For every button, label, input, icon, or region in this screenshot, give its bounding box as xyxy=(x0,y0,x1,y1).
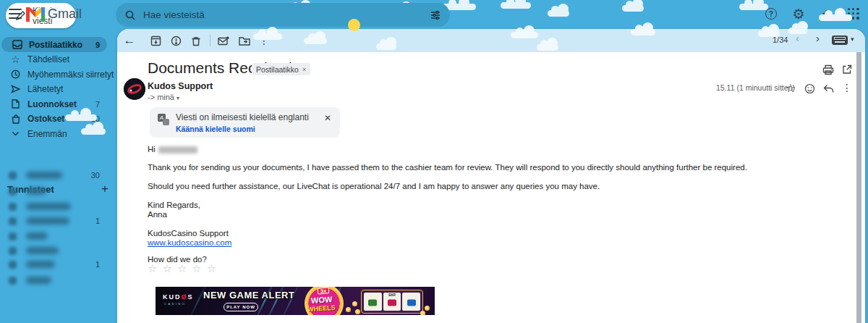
sidebar-item-starred[interactable]: ☆ Tähdelliset xyxy=(0,52,107,67)
label-icon xyxy=(9,217,17,225)
sidebar-item-snoozed[interactable]: Myöhemmäksi siirretyt xyxy=(0,67,107,82)
cloud-decoration xyxy=(304,38,327,44)
toolbar-divider xyxy=(210,35,210,46)
banner-kudos-sub: CASINO xyxy=(164,302,186,306)
translate-message: Viesti on ilmeisesti kielellä englanti xyxy=(176,112,309,122)
label-item[interactable]: 1 xyxy=(0,216,109,227)
sidebar-item-sent[interactable]: Lähetetyt xyxy=(0,82,107,97)
archive-icon[interactable] xyxy=(148,33,163,49)
email-paragraph: Should you need further assistance, our … xyxy=(148,182,600,190)
star-icon: ☆ xyxy=(10,54,21,65)
play-now-button[interactable]: PLAY NOW xyxy=(224,303,258,311)
input-method-caret-icon[interactable]: ▾ xyxy=(851,35,854,43)
label-item[interactable] xyxy=(0,275,109,287)
brand-title: Gmail xyxy=(48,7,82,22)
cloud-decoration xyxy=(788,28,807,34)
rating-star-icon[interactable]: ☆ xyxy=(192,262,206,274)
search-icon xyxy=(124,9,136,21)
email-view-card: ← xyxy=(117,29,865,323)
print-icon[interactable] xyxy=(820,62,836,77)
sun-decoration xyxy=(348,19,360,31)
inbox-icon xyxy=(12,40,22,49)
email-paragraph: Thank you for sending us your documents,… xyxy=(148,163,747,172)
input-method-icon[interactable] xyxy=(832,35,848,45)
reply-icon[interactable] xyxy=(820,80,836,96)
label-item[interactable] xyxy=(0,231,109,243)
sidebar-item-inbox[interactable]: Postilaatikko 9 xyxy=(1,37,107,52)
help-icon[interactable]: ? xyxy=(762,5,780,22)
message-more-icon[interactable]: ⋮ xyxy=(839,80,855,96)
move-to-folder-icon[interactable] xyxy=(237,33,252,49)
redacted-name xyxy=(158,146,197,154)
gmail-logo-icon xyxy=(26,7,45,22)
cloud-decoration xyxy=(253,33,282,40)
delete-icon[interactable] xyxy=(188,33,204,49)
vertical-scrollbar[interactable] xyxy=(856,52,861,323)
label-item[interactable]: 30 xyxy=(0,170,109,182)
slot-machine-graphic: BAR xyxy=(361,290,423,314)
shopping-bag-icon xyxy=(10,114,21,124)
label-item[interactable]: 1 xyxy=(0,259,109,271)
label-item[interactable] xyxy=(0,201,109,213)
unread-count: 9 xyxy=(95,41,100,49)
search-filters-icon[interactable] xyxy=(430,9,441,21)
cloud-decoration xyxy=(65,114,97,121)
send-icon xyxy=(10,85,21,93)
main-menu-button[interactable] xyxy=(9,9,22,19)
cloud-decoration xyxy=(511,32,538,38)
rating-star-icon[interactable]: ☆ xyxy=(148,262,162,274)
email-timestamp: 15.11 (1 minuutti sitten) xyxy=(716,83,781,92)
translate-icon: A xyxy=(158,114,169,125)
banner-multiplier: 3x xyxy=(318,287,330,295)
banner-kudos-logo: KUDØS xyxy=(163,293,194,301)
cloud-decoration xyxy=(631,29,655,35)
banner-headline: NEW GAME ALERT xyxy=(203,290,294,301)
email-signoff: Kind Regards, xyxy=(148,201,200,209)
translate-link[interactable]: Käännä kielelle suomi xyxy=(176,125,255,133)
kudoscasino-link[interactable]: www.kudoscasino.com xyxy=(148,238,231,247)
cloud-decoration xyxy=(758,30,780,37)
cloud-decoration xyxy=(622,5,644,12)
remove-label-icon[interactable]: × xyxy=(302,66,306,73)
email-signature: KudosCasino Support xyxy=(148,229,229,238)
label-icon xyxy=(9,172,17,180)
rating-stars: ☆☆☆☆☆ xyxy=(148,262,221,275)
search-input[interactable] xyxy=(143,9,430,20)
chevron-down-icon xyxy=(10,131,21,136)
email-label-chip[interactable]: Postilaatikko × xyxy=(252,63,310,75)
clock-icon xyxy=(10,70,21,79)
rating-star-icon[interactable]: ☆ xyxy=(162,262,176,274)
email-signature-link-line: www.kudoscasino.com xyxy=(148,238,231,247)
cloud-decoration xyxy=(819,14,852,21)
cloud-decoration xyxy=(81,128,106,135)
label-icon xyxy=(9,188,17,196)
label-icon xyxy=(9,232,17,240)
close-icon[interactable]: ✕ xyxy=(324,113,331,123)
sidebar-item-drafts[interactable]: Luonnokset 7 xyxy=(0,96,107,112)
sender-avatar[interactable] xyxy=(124,78,145,100)
rating-star-icon[interactable]: ☆ xyxy=(177,262,192,274)
search-bar[interactable] xyxy=(116,3,450,27)
star-message-icon[interactable]: ☆ xyxy=(783,80,799,96)
open-in-new-icon[interactable] xyxy=(839,62,855,77)
cloud-decoration xyxy=(376,43,396,50)
rating-star-icon[interactable]: ☆ xyxy=(207,262,221,274)
draft-icon xyxy=(10,99,21,109)
label-icon xyxy=(9,247,17,255)
label-item[interactable] xyxy=(0,246,109,257)
label-icon xyxy=(9,203,17,211)
chevron-right-icon[interactable]: › xyxy=(816,32,820,44)
promo-banner[interactable]: KUDØS CASINO NEW GAME ALERT PLAY NOW 3x … xyxy=(156,287,435,315)
emoji-reaction-icon[interactable] xyxy=(801,80,817,96)
back-icon[interactable]: ← xyxy=(122,33,137,49)
recipient-toggle[interactable]: -> minä ▾ xyxy=(148,93,179,101)
settings-gear-icon[interactable]: ⚙ xyxy=(790,5,807,22)
label-item[interactable] xyxy=(0,186,109,198)
email-signoff-name: Anna xyxy=(148,210,167,219)
banner-wow-text: WOW xyxy=(311,295,333,305)
mark-unread-icon[interactable] xyxy=(216,33,231,49)
report-spam-icon[interactable] xyxy=(168,33,184,49)
email-greeting: Hi xyxy=(148,145,197,154)
label-icon xyxy=(9,277,17,285)
sender-name: Kudos Support xyxy=(148,81,213,91)
